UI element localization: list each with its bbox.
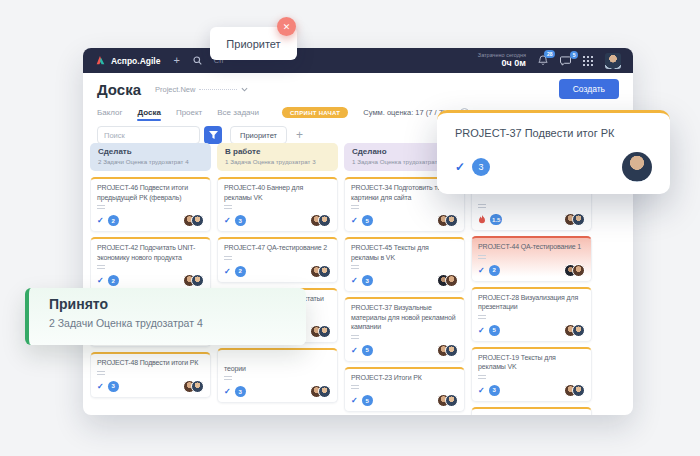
avatar [445,344,458,357]
check-icon: ✓ [478,266,485,275]
add-icon[interactable]: + [173,55,179,66]
estimate-badge: 3 [362,275,373,286]
assignee-avatars [437,344,458,357]
assignee-avatars [564,324,585,337]
task-title: PROJECT-46 Подвести итоги предыдущей РК … [97,183,204,202]
task-title: PROJECT-19 Тексты для рекламы VK [478,353,585,372]
task-card[interactable]: PROJECT-46 Подвести итоги предыдущей РК … [90,177,211,232]
close-icon[interactable]: ✕ [277,17,296,36]
task-title: PROJECT-42 Подсчитать UNIT-экономику нов… [97,243,204,262]
check-icon: ✓ [224,387,231,396]
task-card[interactable]: PROJECT-48 Подвести итоги РК✓3 [90,352,211,398]
description-icon [97,265,105,271]
task-title: PROJECT-44 QA-тестирование 1 [478,242,585,252]
task-card[interactable]: теории✓3 [217,348,338,404]
check-icon: ✓ [478,386,485,395]
check-icon: ✓ [455,160,465,174]
messages-button[interactable]: 5 [560,56,571,66]
task-title: PROJECT-37 Визуальные материалы для ново… [351,303,458,332]
avatar [191,380,204,393]
description-icon [97,205,105,211]
tab-backlog[interactable]: Баклог [97,108,122,117]
assignee-avatars [437,214,458,227]
accepted-panel: Принято 2 Задачи Оценка трудозатрат 4 [25,288,306,345]
description-icon [478,315,486,321]
priority-filter-button[interactable]: Приоритет [230,126,287,144]
board-column: В работе1 Задача Оценка трудозатрат 3PRO… [217,143,338,408]
task-card[interactable]: PROJECT-45 Тексты для рекламы в VK✓3 [344,237,465,292]
user-avatar[interactable] [605,53,621,69]
task-card[interactable]: PROJECT-44 QA-тестирование 1✓2 [471,236,592,282]
tab-all-tasks[interactable]: Все задачи [217,108,259,117]
task-card[interactable]: PROJECT-16 Подвести итоги РК [471,407,592,416]
estimate-badge: 3 [235,386,246,397]
time-tracker: Затрачено сегодня 0ч 0м [478,52,526,69]
top-navbar: Аспро.Agile + Сп Затрачено сегодня 0ч 0м… [83,48,633,73]
estimate-badge: 2 [489,265,500,276]
estimate-badge: 1.5 [490,214,502,225]
estimate-badge: 3 [472,158,490,176]
app-logo[interactable]: Аспро.Agile [95,55,160,66]
search-icon[interactable] [193,56,202,65]
task-popup[interactable]: PROJECT-37 Подвести итог РК ✓ 3 [437,110,670,194]
avatar [191,214,204,227]
task-title: PROJECT-45 Тексты для рекламы в VK [351,243,458,262]
apps-grid-icon[interactable] [583,56,593,66]
notifications-button[interactable]: 28 [538,55,548,66]
avatar [572,264,585,277]
task-title: PROJECT-28 Визуализация для презентации [478,293,585,312]
time-value: 0ч 0м [478,58,526,68]
avatar [572,384,585,397]
tab-board[interactable]: Доска [137,108,160,117]
filter-button[interactable] [204,126,222,144]
project-selector[interactable]: Project.New [155,85,248,94]
estimate-badge: 5 [489,325,500,336]
check-icon: ✓ [97,216,104,225]
assignee-avatars [564,384,585,397]
assignee-avatars [310,385,331,398]
check-icon: ✓ [351,346,358,355]
description-icon [351,205,359,211]
sprint-status-badge: СПРИНТ НАЧАТ [282,107,348,118]
app-window: Аспро.Agile + Сп Затрачено сегодня 0ч 0м… [83,48,633,415]
estimate-badge: 2 [108,215,119,226]
check-icon: ✓ [478,326,485,335]
chat-icon [560,56,571,66]
assignee-avatars [310,325,331,338]
task-title: PROJECT-23 Итоги РК [351,373,458,383]
avatar [318,214,331,227]
check-icon: ✓ [351,396,358,405]
logo-icon [95,55,106,66]
estimate-badge: 2 [108,275,119,286]
add-filter-button[interactable]: + [296,129,303,141]
board-column: Сделать2 Задачи Оценка трудозатрат 4PROJ… [90,143,211,403]
accepted-title: Принято [49,296,286,312]
notifications-badge: 28 [544,50,555,58]
description-icon [351,335,359,341]
avatar [445,394,458,407]
task-card[interactable]: PROJECT-23 Итоги РК✓5 [344,367,465,413]
description-icon [351,385,359,391]
task-card[interactable]: PROJECT-42 Подсчитать UNIT-экономику нов… [90,237,211,292]
task-card[interactable]: PROJECT-40 Баннер для рекламы VK✓3 [217,177,338,232]
avatar [445,214,458,227]
task-card[interactable]: PROJECT-47 QA-тестирование 2✓2 [217,237,338,283]
check-icon: ✓ [224,267,231,276]
assignee-avatars [564,213,585,226]
check-icon: ✓ [224,216,231,225]
assignee-avatars [437,394,458,407]
task-card[interactable]: PROJECT-37 Визуальные материалы для ново… [344,297,465,362]
search-input[interactable] [97,126,200,144]
task-title: PROJECT-47 QA-тестирование 2 [224,243,331,253]
fire-icon [478,215,486,224]
create-button[interactable]: Создать [559,79,619,99]
page: Аспро.Agile + Сп Затрачено сегодня 0ч 0м… [0,0,700,456]
check-icon: ✓ [351,276,358,285]
tab-project[interactable]: Проект [176,108,202,117]
task-card[interactable]: PROJECT-19 Тексты для рекламы VK✓3 [471,347,592,402]
description-icon [224,376,232,382]
avatar [572,213,585,226]
estimate-badge: 3 [235,215,246,226]
column-title: Сделать [98,147,203,156]
task-card[interactable]: PROJECT-28 Визуализация для презентации✓… [471,287,592,342]
